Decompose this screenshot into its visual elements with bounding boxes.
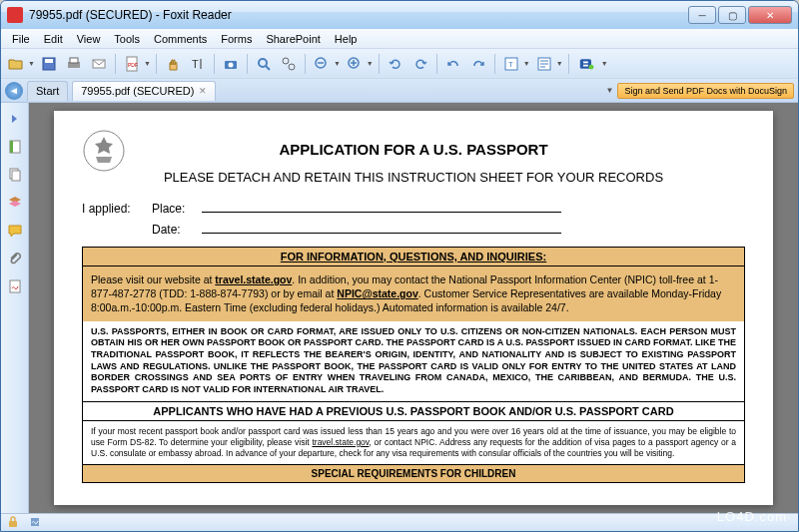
svg-rect-23 (12, 171, 20, 181)
info-body: Please visit our website at travel.state… (83, 266, 744, 321)
main-area: APPLICATION FOR A U.S. PASSPORT PLEASE D… (1, 103, 798, 513)
svg-rect-3 (70, 58, 78, 63)
svg-text:T: T (508, 60, 513, 69)
hand-tool-button[interactable] (162, 53, 184, 75)
menu-file[interactable]: File (5, 31, 37, 47)
info-box: FOR INFORMATION, QUESTIONS, AND INQUIRIE… (82, 247, 745, 483)
window-title: 79955.pdf (SECURED) - Foxit Reader (29, 8, 688, 22)
applied-place-row: I applied: Place: (82, 199, 745, 216)
bookmarks-icon[interactable] (5, 137, 25, 157)
find-button[interactable] (253, 53, 275, 75)
special-header: SPECIAL REQUIREMENTS FOR CHILDREN (83, 464, 744, 482)
rotate-left-button[interactable] (385, 53, 406, 75)
select-text-button[interactable]: T (187, 53, 209, 75)
menubar: File Edit View Tools Comments Forms Shar… (1, 29, 798, 49)
svg-rect-26 (9, 521, 17, 527)
attachments-icon[interactable] (5, 249, 25, 268)
search-icon[interactable] (278, 53, 300, 75)
window-controls: ─ ▢ ✕ (688, 6, 792, 24)
statusbar (1, 513, 798, 531)
minimize-button[interactable]: ─ (688, 6, 716, 24)
passports-body: U.S. PASSPORTS, EITHER IN BOOK OR CARD F… (83, 321, 744, 401)
tab-document-label: 79955.pdf (SECURED) (81, 85, 194, 97)
tab-close-icon[interactable]: ✕ (199, 86, 207, 96)
sidebar-expand-icon[interactable] (5, 109, 25, 129)
maximize-button[interactable]: ▢ (718, 6, 746, 24)
pages-icon[interactable] (5, 165, 25, 185)
comments-icon[interactable] (5, 221, 25, 241)
svg-rect-1 (45, 59, 53, 63)
rotate-right-button[interactable] (409, 53, 431, 75)
sidebar (1, 103, 29, 513)
tab-start-label: Start (36, 85, 59, 97)
tab-document[interactable]: 79955.pdf (SECURED) ✕ (72, 81, 216, 101)
doc-title: APPLICATION FOR A U.S. PASSPORT (82, 141, 745, 158)
zoom-out-button[interactable] (311, 53, 333, 75)
tab-overflow-icon[interactable]: ▼ (605, 86, 613, 95)
open-dropdown[interactable]: ▼ (28, 60, 35, 67)
docusign-label: Sign and Send PDF Docs with DocuSign (624, 86, 787, 96)
pdf-button[interactable]: PDF (121, 53, 143, 75)
previous-link[interactable]: travel.state.gov (312, 437, 369, 447)
menu-view[interactable]: View (70, 31, 108, 47)
view-result-button[interactable] (533, 53, 555, 75)
typewriter-dropdown[interactable]: ▼ (523, 60, 530, 67)
signatures-icon[interactable] (5, 276, 25, 296)
view-result-dropdown[interactable]: ▼ (556, 60, 563, 67)
svg-point-12 (289, 64, 295, 70)
docusign-dropdown[interactable]: ▼ (601, 60, 608, 67)
info-link-travel[interactable]: travel.state.gov (215, 273, 292, 285)
date-input-line[interactable] (202, 220, 561, 234)
typewriter-button[interactable]: T (500, 53, 522, 75)
status-security-icon[interactable] (7, 516, 19, 530)
menu-comments[interactable]: Comments (147, 31, 214, 47)
date-label: Date: (152, 223, 202, 237)
docusign-button[interactable] (574, 53, 600, 75)
previous-header: APPLICANTS WHO HAVE HAD A PREVIOUS U.S. … (83, 401, 744, 421)
zoom-in-button[interactable] (344, 53, 366, 75)
docusign-banner[interactable]: Sign and Send PDF Docs with DocuSign (617, 83, 794, 99)
menu-forms[interactable]: Forms (214, 31, 259, 47)
titlebar: 79955.pdf (SECURED) - Foxit Reader ─ ▢ ✕ (1, 1, 798, 29)
app-icon (7, 7, 23, 23)
open-button[interactable] (5, 53, 27, 75)
us-seal-icon (82, 129, 126, 173)
applied-date-row: Date: (82, 220, 745, 237)
svg-rect-24 (10, 280, 20, 292)
email-button[interactable] (88, 53, 110, 75)
applied-label: I applied: (82, 202, 152, 216)
svg-rect-21 (10, 141, 13, 153)
layers-icon[interactable] (5, 193, 25, 213)
menu-edit[interactable]: Edit (37, 31, 70, 47)
tab-start[interactable]: Start (27, 81, 68, 101)
previous-body: If your most recent passport book and/or… (83, 421, 744, 464)
zoom-in-dropdown[interactable]: ▼ (367, 60, 374, 67)
menu-tools[interactable]: Tools (107, 31, 147, 47)
svg-point-19 (588, 64, 593, 69)
svg-point-11 (283, 58, 289, 64)
place-input-line[interactable] (202, 199, 561, 213)
svg-point-10 (259, 59, 267, 67)
svg-text:PDF: PDF (128, 62, 138, 68)
undo-button[interactable] (442, 53, 464, 75)
zoom-out-dropdown[interactable]: ▼ (334, 60, 341, 67)
close-button[interactable]: ✕ (748, 6, 792, 24)
app-window: 79955.pdf (SECURED) - Foxit Reader ─ ▢ ✕… (0, 0, 799, 532)
snapshot-button[interactable] (220, 53, 242, 75)
nav-back-button[interactable]: ◄ (5, 82, 23, 100)
info-header: FOR INFORMATION, QUESTIONS, AND INQUIRIE… (83, 248, 744, 266)
status-signature-icon[interactable] (29, 516, 41, 530)
toolbar: ▼ PDF ▼ T ▼ ▼ T ▼ ▼ ▼ (1, 49, 798, 79)
menu-sharepoint[interactable]: SharePoint (259, 31, 327, 47)
info-link-npic[interactable]: NPIC@state.gov (337, 287, 417, 299)
tabbar: ◄ Start 79955.pdf (SECURED) ✕ ▼ Sign and… (1, 79, 798, 103)
save-button[interactable] (38, 53, 60, 75)
document-viewport[interactable]: APPLICATION FOR A U.S. PASSPORT PLEASE D… (29, 103, 798, 513)
pdf-dropdown[interactable]: ▼ (144, 60, 151, 67)
menu-help[interactable]: Help (328, 31, 365, 47)
pdf-page: APPLICATION FOR A U.S. PASSPORT PLEASE D… (54, 111, 773, 505)
svg-text:T: T (192, 58, 199, 70)
print-button[interactable] (63, 53, 85, 75)
svg-point-9 (228, 62, 233, 67)
redo-button[interactable] (467, 53, 489, 75)
